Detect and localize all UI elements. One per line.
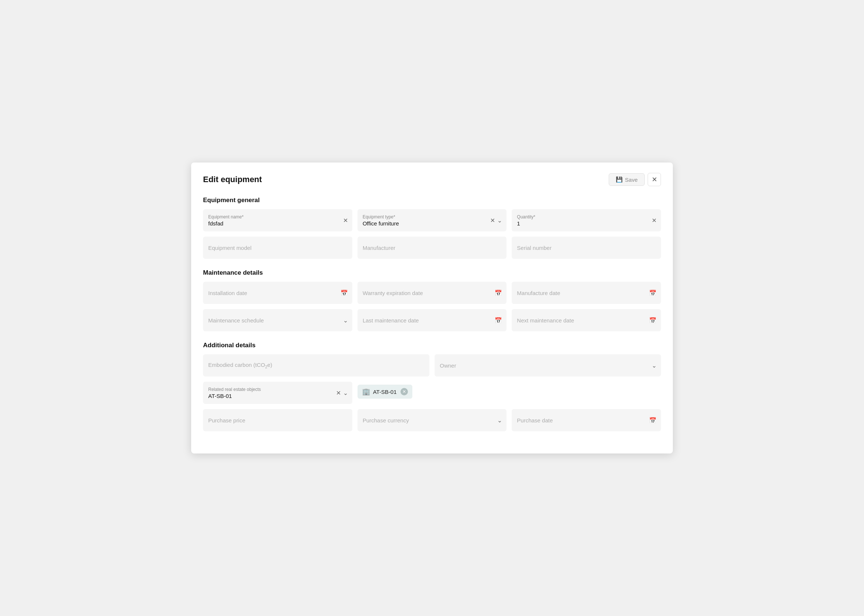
purchase-currency-field[interactable]: Purchase currency ⌄: [358, 409, 507, 431]
purchase-date-calendar-icon[interactable]: 📅: [649, 417, 656, 424]
related-real-estate-icons[interactable]: ✕ ⌄: [336, 390, 348, 396]
purchase-currency-placeholder: Purchase currency: [363, 417, 501, 423]
installation-date-field[interactable]: Installation date 📅: [203, 282, 352, 304]
owner-field[interactable]: Owner ⌄: [435, 354, 661, 377]
embodied-carbon-field[interactable]: Embodied carbon (tCO2e): [203, 354, 429, 377]
equipment-name-value: fdsfad: [208, 220, 347, 226]
manufacture-date-field[interactable]: Manufacture date 📅: [512, 282, 661, 304]
additional-details-title: Additional details: [203, 342, 661, 349]
related-real-estate-label: Related real estate objects: [208, 387, 347, 392]
manufacture-date-placeholder: Manufacture date: [517, 290, 656, 296]
chip-remove-button[interactable]: ✕: [400, 388, 408, 395]
header-actions: 💾 Save ✕: [609, 173, 661, 186]
purchase-price-placeholder: Purchase price: [208, 417, 347, 423]
manufacturer-field[interactable]: Manufacturer: [358, 237, 507, 259]
manufacturer-placeholder: Manufacturer: [363, 245, 501, 251]
equipment-type-label: Equipment type*: [363, 214, 501, 220]
installation-date-calendar-icon[interactable]: 📅: [341, 289, 348, 297]
maintenance-details-title: Maintenance details: [203, 269, 661, 277]
quantity-value: 1: [517, 220, 656, 226]
additional-details-section: Additional details Embodied carbon (tCO2…: [203, 342, 661, 431]
installation-date-placeholder: Installation date: [208, 290, 347, 296]
quantity-clear-icon[interactable]: ✕: [652, 217, 656, 224]
purchase-row: Purchase price Purchase currency ⌄ Purch…: [203, 409, 661, 431]
related-real-estate-clear-icon[interactable]: ✕: [336, 390, 341, 396]
modal-title: Edit equipment: [203, 175, 262, 184]
close-icon: ✕: [652, 176, 657, 184]
equipment-name-label: Equipment name*: [208, 214, 347, 220]
serial-number-placeholder: Serial number: [517, 245, 656, 251]
purchase-date-field[interactable]: Purchase date 📅: [512, 409, 661, 431]
related-real-estate-chevron-icon[interactable]: ⌄: [343, 390, 348, 396]
at-sb-01-chip: 🏢 AT-SB-01 ✕: [358, 385, 412, 399]
maintenance-details-section: Maintenance details Installation date 📅 …: [203, 269, 661, 331]
owner-chevron-icon[interactable]: ⌄: [652, 362, 656, 369]
building-icon: 🏢: [362, 388, 370, 396]
equipment-name-field[interactable]: Equipment name* fdsfad ✕: [203, 209, 352, 231]
equipment-model-field[interactable]: Equipment model: [203, 237, 352, 259]
purchase-currency-chevron-icon[interactable]: ⌄: [497, 417, 502, 424]
maintenance-schedule-chevron-icon[interactable]: ⌄: [343, 317, 348, 324]
equipment-type-icons[interactable]: ✕ ⌄: [490, 217, 502, 224]
next-maintenance-date-calendar-icon[interactable]: 📅: [649, 317, 656, 324]
equipment-type-chevron-icon[interactable]: ⌄: [497, 217, 502, 224]
equipment-type-field[interactable]: Equipment type* Office furniture ✕ ⌄: [358, 209, 507, 231]
last-maintenance-date-field[interactable]: Last maintenance date 📅: [358, 309, 507, 331]
purchase-price-field[interactable]: Purchase price: [203, 409, 352, 431]
equipment-type-value: Office furniture: [363, 220, 501, 226]
equipment-general-row1: Equipment name* fdsfad ✕ Equipment type*…: [203, 209, 661, 231]
close-button[interactable]: ✕: [648, 173, 661, 186]
embodied-carbon-placeholder: Embodied carbon (tCO2e): [208, 362, 424, 369]
edit-equipment-modal: Edit equipment 💾 Save ✕ Equipment genera…: [191, 162, 673, 454]
purchase-date-placeholder: Purchase date: [517, 417, 656, 423]
maintenance-schedule-placeholder: Maintenance schedule: [208, 317, 347, 324]
related-real-estate-value: AT-SB-01: [208, 393, 347, 399]
equipment-name-clear-icon[interactable]: ✕: [343, 217, 348, 224]
related-real-estate-chips: 🏢 AT-SB-01 ✕: [358, 382, 661, 399]
additional-row1: Embodied carbon (tCO2e) Owner ⌄: [203, 354, 661, 377]
equipment-type-clear-icon[interactable]: ✕: [490, 217, 495, 224]
last-maintenance-date-calendar-icon[interactable]: 📅: [495, 317, 502, 324]
maintenance-row2: Maintenance schedule ⌄ Last maintenance …: [203, 309, 661, 331]
chip-label: AT-SB-01: [373, 389, 397, 395]
save-icon: 💾: [616, 176, 623, 183]
warranty-expiration-date-calendar-icon[interactable]: 📅: [495, 289, 502, 297]
modal-header: Edit equipment 💾 Save ✕: [203, 173, 661, 186]
related-real-estate-field[interactable]: Related real estate objects AT-SB-01 ✕ ⌄: [203, 382, 352, 404]
warranty-expiration-date-placeholder: Warranty expiration date: [363, 290, 501, 296]
manufacture-date-calendar-icon[interactable]: 📅: [649, 289, 656, 297]
related-real-estate-row: Related real estate objects AT-SB-01 ✕ ⌄…: [203, 382, 661, 404]
equipment-general-row2: Equipment model Manufacturer Serial numb…: [203, 237, 661, 259]
equipment-general-title: Equipment general: [203, 196, 661, 204]
quantity-label: Quantity*: [517, 214, 656, 220]
next-maintenance-date-field[interactable]: Next maintenance date 📅: [512, 309, 661, 331]
quantity-field[interactable]: Quantity* 1 ✕: [512, 209, 661, 231]
warranty-expiration-date-field[interactable]: Warranty expiration date 📅: [358, 282, 507, 304]
maintenance-row1: Installation date 📅 Warranty expiration …: [203, 282, 661, 304]
equipment-model-placeholder: Equipment model: [208, 245, 347, 251]
save-button[interactable]: 💾 Save: [609, 173, 645, 186]
owner-placeholder: Owner: [440, 362, 656, 369]
equipment-general-section: Equipment general Equipment name* fdsfad…: [203, 196, 661, 259]
next-maintenance-date-placeholder: Next maintenance date: [517, 317, 656, 324]
maintenance-schedule-field[interactable]: Maintenance schedule ⌄: [203, 309, 352, 331]
serial-number-field[interactable]: Serial number: [512, 237, 661, 259]
last-maintenance-date-placeholder: Last maintenance date: [363, 317, 501, 324]
